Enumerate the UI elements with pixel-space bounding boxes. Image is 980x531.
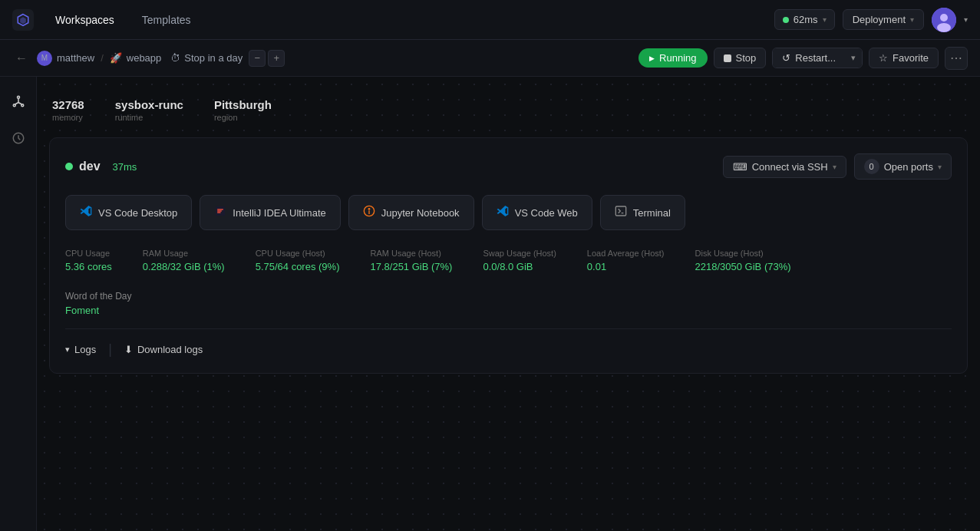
swap-host-value: 0.0/8.0 GiB [483, 261, 556, 272]
cpu-usage-label: CPU Usage [65, 249, 112, 258]
region-value: Pittsburgh [214, 98, 272, 111]
logs-toggle-button[interactable]: ▾ Logs [65, 344, 96, 355]
sidebar [0, 77, 37, 531]
star-icon: ☆ [879, 52, 888, 64]
breadcrumb-bar: ← M matthew / 🚀 webapp ⏱ Stop in a day −… [0, 40, 980, 77]
memory-value: 32768 [52, 98, 84, 111]
restart-button-group: ↺ Restart... ▾ [772, 48, 863, 68]
ram-host-value: 17.8/251 GiB (7%) [371, 261, 453, 272]
dev-header-actions: ⌨ Connect via SSH ▾ 0 Open ports ▾ [723, 153, 952, 180]
connect-ssh-button[interactable]: ⌨ Connect via SSH ▾ [723, 156, 846, 178]
breadcrumb-username: matthew [57, 52, 94, 64]
latency-indicator[interactable]: 62ms ▾ [774, 9, 835, 30]
main-content: 32768 memory sysbox-runc runtime Pittsbu… [37, 77, 980, 531]
status-indicator [65, 163, 73, 170]
avatar-chevron[interactable]: ▾ [964, 15, 968, 24]
logs-label: Logs [74, 344, 96, 355]
app-logo[interactable] [12, 9, 34, 31]
play-icon: ▶ [649, 54, 655, 62]
download-logs-button[interactable]: ⬇ Download logs [124, 344, 203, 355]
ports-chevron: ▾ [938, 163, 942, 171]
svg-point-1 [940, 14, 948, 21]
open-ports-button[interactable]: 0 Open ports ▾ [854, 153, 952, 180]
restart-main-button[interactable]: ↺ Restart... [773, 48, 845, 68]
vscode-web-btn[interactable]: VS Code Web [482, 195, 592, 230]
user-avatar[interactable] [932, 8, 956, 32]
sidebar-item-network[interactable] [6, 89, 31, 114]
svg-point-2 [937, 23, 951, 32]
latency-dot [783, 17, 789, 23]
memory-label: memory [52, 113, 84, 122]
breadcrumb-user[interactable]: M matthew [37, 51, 94, 66]
intellij-icon [214, 205, 226, 220]
terminal-btn[interactable]: Terminal [600, 195, 685, 230]
download-icon: ⬇ [124, 344, 133, 355]
region-label: region [214, 113, 272, 122]
running-label: Running [659, 52, 696, 64]
decrease-timer-button[interactable]: − [249, 50, 266, 67]
dev-status: dev 37ms [65, 160, 137, 173]
ram-usage-value: 0.288/32 GiB (1%) [143, 261, 225, 272]
disk-host-value: 2218/3050 GiB (73%) [695, 261, 791, 272]
ssh-label: Connect via SSH [752, 161, 828, 173]
restart-chevron-button[interactable]: ▾ [845, 48, 862, 68]
svg-line-7 [14, 103, 18, 105]
vs-code-desktop-btn[interactable]: VS Code Desktop [65, 195, 192, 230]
vscode-web-label: VS Code Web [515, 207, 578, 219]
workspaces-nav-link[interactable]: Workspaces [49, 11, 120, 29]
disk-host-label: Disk Usage (Host) [695, 249, 791, 258]
breadcrumb-project[interactable]: 🚀 webapp [110, 52, 162, 64]
intellij-label: IntelliJ IDEA Ultimate [233, 207, 325, 219]
clock-icon: ⏱ [170, 52, 180, 64]
back-button[interactable]: ← [12, 48, 31, 68]
logs-section: ▾ Logs | ⬇ Download logs [65, 328, 952, 358]
favorite-button[interactable]: ☆ Favorite [869, 48, 939, 68]
vscode-desktop-icon [80, 205, 92, 220]
load-avg-label: Load Average (Host) [587, 249, 665, 258]
word-of-day-value: Foment [65, 305, 952, 316]
svg-line-8 [18, 103, 22, 105]
cpu-usage-value: 5.36 cores [65, 261, 112, 272]
stop-timer: ⏱ Stop in a day [170, 52, 243, 64]
ports-count: 0 [864, 159, 879, 174]
templates-nav-link[interactable]: Templates [136, 11, 197, 29]
vscode-desktop-label: VS Code Desktop [98, 207, 177, 219]
restart-icon: ↺ [782, 52, 790, 64]
stop-label: Stop in a day [184, 52, 243, 64]
logs-divider: | [108, 341, 112, 358]
ram-host-label: RAM Usage (Host) [371, 249, 453, 258]
intellij-btn[interactable]: IntelliJ IDEA Ultimate [200, 195, 340, 230]
favorite-label: Favorite [893, 52, 929, 64]
more-options-button[interactable]: ⋯ [945, 47, 968, 70]
app-buttons-row: VS Code Desktop IntelliJ IDEA Ultimate [65, 195, 952, 230]
rocket-icon: 🚀 [110, 52, 122, 64]
word-of-day-label: Word of the Day [65, 291, 952, 302]
open-ports-label: Open ports [884, 161, 933, 173]
breadcrumb-project-name: webapp [127, 52, 162, 64]
stat-runtime: sysbox-runc runtime [115, 98, 183, 122]
swap-host-label: Swap Usage (Host) [483, 249, 556, 258]
dev-name: dev [79, 160, 101, 173]
metric-swap-host: Swap Usage (Host) 0.0/8.0 GiB [483, 249, 556, 272]
metric-cpu-usage: CPU Usage 5.36 cores [65, 249, 112, 272]
metric-disk-host: Disk Usage (Host) 2218/3050 GiB (73%) [695, 249, 791, 272]
runtime-label: runtime [115, 113, 183, 122]
deployment-selector[interactable]: Deployment ▾ [843, 9, 924, 30]
ellipsis-icon: ⋯ [950, 51, 962, 65]
stat-memory: 32768 memory [52, 98, 84, 122]
svg-point-12 [368, 208, 370, 210]
stop-label-text: Stop [736, 52, 757, 64]
running-status-badge[interactable]: ▶ Running [638, 48, 707, 68]
latency-chevron: ▾ [823, 15, 827, 24]
metric-ram-usage: RAM Usage 0.288/32 GiB (1%) [143, 249, 225, 272]
stop-button[interactable]: Stop [714, 48, 767, 68]
increase-timer-button[interactable]: + [268, 50, 285, 67]
dev-latency: 37ms [113, 161, 137, 173]
terminal-label: Terminal [633, 207, 671, 219]
latency-value: 62ms [794, 14, 818, 25]
sidebar-item-history[interactable] [6, 126, 31, 150]
ssh-chevron: ▾ [833, 163, 836, 171]
jupyter-btn[interactable]: Jupyter Notebook [348, 195, 474, 230]
deployment-label: Deployment [853, 14, 906, 25]
breadbar-actions: ▶ Running Stop ↺ Restart... ▾ ☆ Favorite… [638, 47, 968, 70]
